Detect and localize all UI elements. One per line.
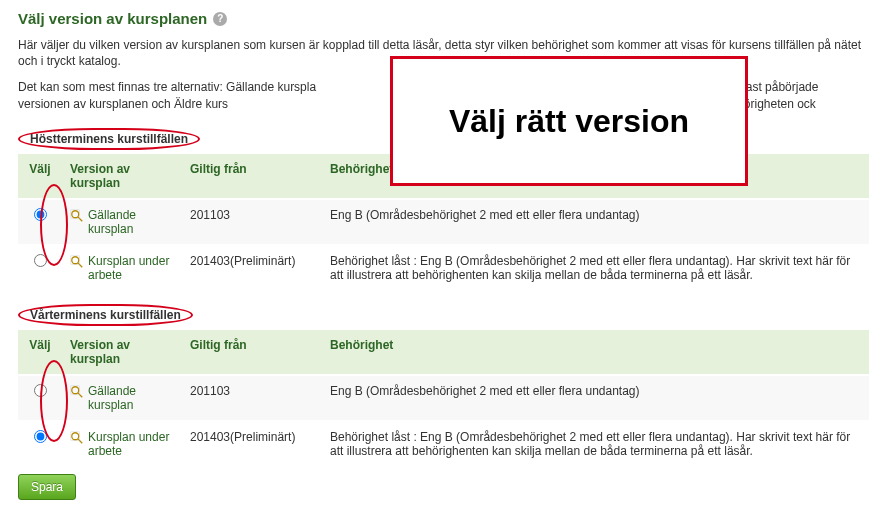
kursplan-link-label: Kursplan under arbete — [88, 430, 174, 458]
page-title: Välj version av kursplanen — [18, 10, 207, 27]
svg-line-1 — [78, 217, 82, 221]
kursplan-link[interactable]: Gällande kursplan — [70, 208, 174, 236]
eligibility-text: Eng B (Områdesbehörighet 2 med ett eller… — [322, 375, 869, 421]
select-radio[interactable] — [34, 254, 47, 267]
col-header-valid: Giltig från — [182, 330, 322, 375]
eligibility-text: Behörighet låst : Eng B (Områdesbehörigh… — [322, 421, 869, 466]
kursplan-link-label: Gällande kursplan — [88, 384, 174, 412]
eligibility-text: Behörighet låst : Eng B (Områdesbehörigh… — [322, 245, 869, 290]
svg-point-0 — [72, 211, 79, 218]
save-button[interactable]: Spara — [18, 474, 76, 500]
col-header-eligibility: Behörighet — [322, 330, 869, 375]
kursplan-link[interactable]: Kursplan under arbete — [70, 254, 174, 282]
svg-line-7 — [78, 393, 82, 397]
svg-line-10 — [78, 439, 82, 443]
table-row: Kursplan under arbete 201403(Preliminärt… — [18, 245, 869, 290]
section-title-autumn: Höstterminens kurstillfällen — [18, 128, 200, 150]
valid-from: 201103 — [182, 375, 322, 421]
col-header-version: Version av kursplan — [62, 154, 182, 199]
svg-line-4 — [78, 263, 82, 267]
table-row: Kursplan under arbete 201403(Preliminärt… — [18, 421, 869, 466]
valid-from: 201403(Preliminärt) — [182, 245, 322, 290]
eligibility-text: Eng B (Områdesbehörighet 2 med ett eller… — [322, 199, 869, 245]
kursplan-link[interactable]: Gällande kursplan — [70, 384, 174, 412]
magnifier-icon — [70, 209, 84, 223]
valid-from: 201403(Preliminärt) — [182, 421, 322, 466]
spring-table: Välj Version av kursplan Giltig från Beh… — [18, 330, 869, 466]
svg-point-3 — [72, 257, 79, 264]
select-radio[interactable] — [34, 430, 47, 443]
help-icon[interactable]: ? — [213, 12, 227, 26]
table-row: Gällande kursplan 201103 Eng B (Områdesb… — [18, 375, 869, 421]
col-header-select: Välj — [18, 330, 62, 375]
valid-from: 201103 — [182, 199, 322, 245]
svg-point-9 — [72, 433, 79, 440]
kursplan-link-label: Kursplan under arbete — [88, 254, 174, 282]
select-radio[interactable] — [34, 384, 47, 397]
magnifier-icon — [70, 255, 84, 269]
magnifier-icon — [70, 385, 84, 399]
magnifier-icon — [70, 431, 84, 445]
overlay-annotation: Välj rätt version — [390, 56, 748, 186]
section-title-spring: Vårterminens kurstillfällen — [18, 304, 193, 326]
col-header-select: Välj — [18, 154, 62, 199]
table-row: Gällande kursplan 201103 Eng B (Områdesb… — [18, 199, 869, 245]
col-header-version: Version av kursplan — [62, 330, 182, 375]
select-radio[interactable] — [34, 208, 47, 221]
col-header-valid: Giltig från — [182, 154, 322, 199]
kursplan-link[interactable]: Kursplan under arbete — [70, 430, 174, 458]
svg-point-6 — [72, 387, 79, 394]
kursplan-link-label: Gällande kursplan — [88, 208, 174, 236]
